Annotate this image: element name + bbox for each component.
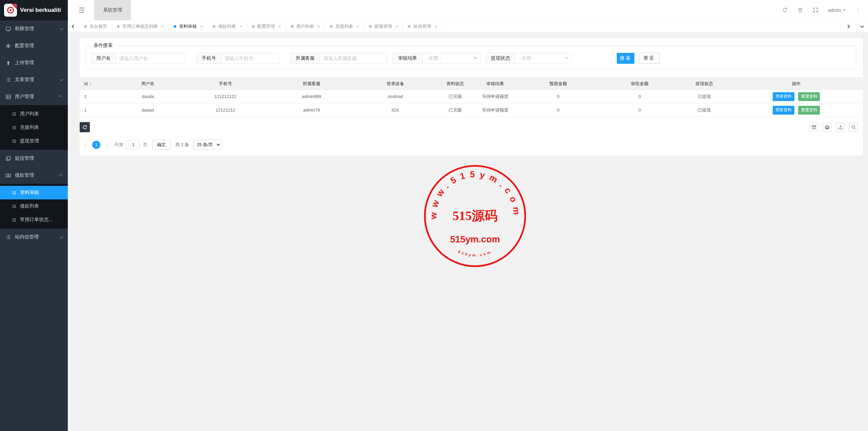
tab-order-status-list[interactable]: 常用订单状态列表 × <box>112 20 169 32</box>
sidebar-subitem-user-list[interactable]: 用户列表 <box>0 107 68 121</box>
chevron-up-icon <box>59 95 62 99</box>
tabs-menu-button[interactable] <box>854 20 868 32</box>
cell-withdraw-status: 已提现 <box>679 90 730 103</box>
reset-data-button[interactable]: 重置资料 <box>798 106 820 115</box>
search-form-row: 用户名 手机号 所属客服 审核结果 <box>91 53 851 64</box>
current-page-button[interactable]: 1 <box>92 141 100 149</box>
sidebar-item-site-mail[interactable]: 站内信管理 <box>0 229 68 246</box>
sidebar-item-users[interactable]: 用户管理 <box>0 88 68 105</box>
service-field-label: 所属客服 <box>290 53 320 64</box>
header-audit-result: 审核结果 <box>474 78 516 90</box>
export-button[interactable] <box>836 123 845 132</box>
tab-label: 配置管理 <box>257 23 275 30</box>
goto-confirm-button[interactable]: 确定 <box>153 140 170 150</box>
stamp-subtitle: 515ym.com <box>450 234 500 244</box>
sidebar-item-upload[interactable]: 上传管理 <box>0 54 68 71</box>
sidebar-item-sms[interactable]: 短信管理 <box>0 150 68 167</box>
trash-icon[interactable] <box>797 7 803 13</box>
cell-service: admin78 <box>269 103 355 117</box>
table-search-button[interactable] <box>849 123 858 132</box>
svg-text:www.515ym.com: www.515ym.com <box>428 169 522 220</box>
cell-audit-result: 等待申请额度 <box>474 90 516 103</box>
sidebar-item-label: 权限管理 <box>15 26 34 32</box>
sidebar-item-articles[interactable]: 文章管理 <box>0 71 68 88</box>
chevron-down-icon <box>860 24 864 27</box>
close-icon[interactable]: × <box>317 24 320 29</box>
sidebar-subitem-loan-list[interactable]: 借款列表 <box>0 199 68 213</box>
audit-result-field-group: 审核结果 - 全部 - <box>393 53 481 64</box>
tab-withdraw-mgmt[interactable]: 提现管理 × <box>364 20 403 32</box>
tab-loan-list[interactable]: 借款列表 × <box>208 20 247 32</box>
tab-sms-mgmt[interactable]: 短信管理 × <box>403 20 442 32</box>
copy-icon <box>5 156 11 161</box>
next-page-button[interactable] <box>103 143 109 146</box>
view-data-button[interactable]: 查看资料 <box>773 106 794 115</box>
sidebar-item-loans[interactable]: 借款管理 <box>0 167 68 184</box>
page-size-select[interactable]: 25 条/页 <box>193 140 222 150</box>
refresh-icon[interactable] <box>782 7 788 13</box>
collapse-sidebar-icon[interactable] <box>78 6 85 14</box>
upload-icon <box>5 60 11 66</box>
tab-user-list[interactable]: 用户列表 × <box>286 20 325 32</box>
table-refresh-button[interactable] <box>80 122 90 132</box>
columns-icon <box>811 125 816 130</box>
header-withdraw-status: 提现状态 <box>679 78 730 90</box>
page-size-wrap: 25 条/页 <box>193 140 222 150</box>
username-input[interactable] <box>116 53 186 64</box>
sort-icon[interactable]: ▲▼ <box>89 82 92 86</box>
tab-label: 常用订单状态列表 <box>122 23 158 30</box>
search-button[interactable]: 搜索 <box>617 53 634 64</box>
phone-input[interactable] <box>221 53 279 64</box>
pagination: 1 到第 页 确定 共 2 条 25 条/页 <box>84 140 863 150</box>
kebab-menu-icon[interactable]: ⋮ <box>855 6 861 14</box>
close-icon[interactable]: × <box>356 24 359 29</box>
close-icon[interactable]: × <box>239 24 242 29</box>
tab-dot-icon <box>330 25 333 28</box>
tab-config[interactable]: 配置管理 × <box>247 20 286 32</box>
tab-recharge-list[interactable]: 充值列表 × <box>325 20 364 32</box>
header-username: 用户名 <box>113 78 182 90</box>
sidebar-subitem-data-review[interactable]: 资料审核 <box>0 186 68 199</box>
service-input[interactable] <box>320 53 387 64</box>
module-tab-system[interactable]: 系统管理 <box>94 0 131 20</box>
user-menu[interactable]: admin ▾ <box>828 7 845 13</box>
audit-result-select[interactable]: - 全部 - <box>422 53 481 64</box>
sidebar-subitem-recharge-list[interactable]: 充值列表 <box>0 121 68 134</box>
print-button[interactable] <box>823 123 831 132</box>
sidebar-subitem-order-status[interactable]: 常用订单状态... <box>0 213 68 227</box>
sidebar-item-permissions[interactable]: 权限管理 <box>0 20 68 37</box>
reset-button[interactable]: 重置 <box>639 53 659 64</box>
fullscreen-icon[interactable] <box>813 7 818 13</box>
view-data-button[interactable]: 查看资料 <box>773 92 794 101</box>
tab-home[interactable]: 后台首页 <box>79 20 112 32</box>
svg-text:515ym.com: 515ym.com <box>457 250 492 257</box>
cell-username: dasda <box>113 90 182 103</box>
goto-page-input[interactable] <box>126 140 140 149</box>
close-icon[interactable]: × <box>278 24 281 29</box>
stamp-title: 515源码 <box>453 209 498 223</box>
sidebar-item-label: 配置管理 <box>15 43 34 49</box>
sidebar-item-config[interactable]: 配置管理 <box>0 37 68 54</box>
sidebar-subitem-withdraw-mgmt[interactable]: 提现管理 <box>0 134 68 148</box>
close-icon[interactable]: × <box>395 24 398 29</box>
close-icon[interactable]: × <box>434 24 437 29</box>
list-bars-icon <box>12 190 17 195</box>
submenu-loans: 资料审核 借款列表 常用订单状态... <box>0 184 68 229</box>
tab-data-review[interactable]: 资料审核 × <box>169 20 208 32</box>
close-icon[interactable]: × <box>200 24 203 29</box>
prev-page-button[interactable] <box>84 143 89 146</box>
tabs-scroll-right-button[interactable] <box>841 20 854 32</box>
withdraw-status-select[interactable]: - 全部 - <box>515 53 572 64</box>
header-id[interactable]: id▲▼ <box>80 78 113 90</box>
cell-profile-status: 已完善 <box>436 90 474 103</box>
cell-service: admin999 <box>269 90 355 103</box>
search-form: 条件搜索 用户名 手机号 所属客服 <box>86 45 856 69</box>
list-bars-icon <box>12 217 17 222</box>
columns-filter-button[interactable] <box>809 123 818 132</box>
tabs-scroll-left-button[interactable] <box>68 20 79 32</box>
cell-username: dadad <box>113 103 182 117</box>
user-card-icon <box>5 94 11 100</box>
reset-data-button[interactable]: 重置资料 <box>798 92 820 101</box>
close-icon[interactable]: × <box>161 24 164 29</box>
export-icon <box>838 125 843 130</box>
